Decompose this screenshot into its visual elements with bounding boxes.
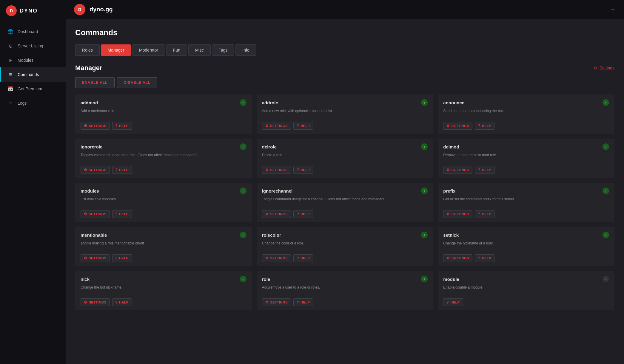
cmd-help-button[interactable]: ? HELP: [475, 122, 494, 130]
status-indicator[interactable]: [240, 99, 246, 106]
status-indicator[interactable]: [421, 188, 428, 194]
cmd-help-button[interactable]: ? HELP: [293, 122, 313, 130]
command-actions: ⚙ SETTINGS ? HELP: [262, 210, 428, 218]
sidebar-logo: D DYNO: [0, 0, 66, 21]
status-indicator[interactable]: [603, 188, 609, 194]
settings-label: SETTINGS: [89, 301, 107, 304]
topbar-site-name: dyno.gg: [90, 6, 605, 13]
content-area: Commands RolesManagerModeratorFunMiscTag…: [66, 19, 624, 364]
cmd-help-button[interactable]: ? HELP: [293, 298, 313, 306]
cmd-help-button[interactable]: ? HELP: [293, 254, 313, 262]
gear-icon: ⚙: [84, 124, 87, 128]
cmd-settings-button[interactable]: ⚙ SETTINGS: [262, 254, 291, 262]
status-indicator[interactable]: [240, 232, 246, 238]
help-label: HELP: [301, 212, 310, 216]
sidebar-item-server-listing[interactable]: ⊙ Server Listing: [0, 39, 66, 53]
status-indicator[interactable]: [240, 276, 246, 282]
status-indicator[interactable]: [603, 99, 609, 106]
tab-tags[interactable]: Tags: [212, 44, 235, 56]
section-header: Manager ⚙ Settings: [75, 64, 614, 72]
sidebar-item-modules[interactable]: ⊞ Modules: [0, 53, 66, 67]
status-indicator[interactable]: [603, 232, 609, 238]
status-indicator[interactable]: [603, 143, 609, 150]
cmd-help-button[interactable]: ? HELP: [293, 166, 313, 174]
cmd-help-button[interactable]: ? HELP: [443, 298, 463, 306]
sidebar-item-get-premium[interactable]: 📅 Get Premium: [0, 82, 66, 96]
help-icon: ?: [115, 124, 118, 128]
help-label: HELP: [119, 301, 128, 304]
cmd-settings-button[interactable]: ⚙ SETTINGS: [443, 254, 472, 262]
tab-roles[interactable]: Roles: [75, 44, 100, 56]
cmd-settings-button[interactable]: ⚙ SETTINGS: [81, 122, 110, 130]
cmd-help-button[interactable]: ? HELP: [112, 298, 132, 306]
card-header: modules: [81, 188, 246, 194]
command-card: modules List available modules ⚙ SETTING…: [75, 183, 252, 222]
cmd-help-button[interactable]: ? HELP: [112, 122, 132, 130]
settings-label: SETTINGS: [89, 124, 107, 128]
status-indicator[interactable]: [421, 99, 428, 106]
settings-label: SETTINGS: [452, 168, 469, 172]
gear-icon: ⚙: [446, 168, 450, 172]
cmd-help-button[interactable]: ? HELP: [475, 254, 494, 262]
gear-icon: ⚙: [446, 212, 450, 216]
help-label: HELP: [119, 256, 128, 260]
cmd-settings-button[interactable]: ⚙ SETTINGS: [443, 122, 472, 130]
cmd-settings-button[interactable]: ⚙ SETTINGS: [262, 210, 291, 218]
cmd-settings-button[interactable]: ⚙ SETTINGS: [81, 166, 110, 174]
gear-icon: ⚙: [446, 256, 450, 260]
command-name: delrole: [262, 144, 277, 149]
cmd-settings-button[interactable]: ⚙ SETTINGS: [443, 210, 472, 218]
tab-fun[interactable]: Fun: [166, 44, 187, 56]
help-icon: ?: [478, 168, 480, 172]
logout-icon[interactable]: →: [610, 6, 616, 13]
cmd-help-button[interactable]: ? HELP: [112, 210, 132, 218]
enable-all-button[interactable]: ENABLE ALL: [75, 77, 115, 88]
help-label: HELP: [482, 168, 491, 172]
cmd-help-button[interactable]: ? HELP: [293, 210, 313, 218]
cmd-settings-button[interactable]: ⚙ SETTINGS: [81, 254, 110, 262]
settings-link[interactable]: ⚙ Settings: [594, 66, 614, 70]
settings-label: SETTINGS: [270, 124, 288, 128]
cmd-help-button[interactable]: ? HELP: [112, 254, 132, 262]
status-indicator[interactable]: [240, 143, 246, 150]
disable-all-button[interactable]: DISABLE ALL: [117, 77, 158, 88]
cmd-settings-button[interactable]: ⚙ SETTINGS: [262, 166, 291, 174]
tab-info[interactable]: Info: [235, 44, 256, 56]
section-title: Manager: [75, 64, 102, 72]
tab-misc[interactable]: Misc: [188, 44, 211, 56]
cmd-settings-button[interactable]: ⚙ SETTINGS: [81, 210, 110, 218]
sidebar-item-logs[interactable]: ≡ Logs: [0, 96, 66, 110]
card-header: module: [443, 276, 609, 282]
status-indicator[interactable]: [421, 276, 428, 282]
gear-icon: ⚙: [84, 212, 87, 216]
cmd-settings-button[interactable]: ⚙ SETTINGS: [81, 298, 110, 306]
cmd-settings-button[interactable]: ⚙ SETTINGS: [262, 122, 291, 130]
tab-moderator[interactable]: Moderator: [132, 44, 165, 56]
cmd-help-button[interactable]: ? HELP: [475, 166, 494, 174]
settings-label: SETTINGS: [89, 256, 107, 260]
status-indicator[interactable]: [240, 188, 246, 194]
gear-icon: ⚙: [265, 168, 269, 172]
settings-label: SETTINGS: [89, 168, 107, 172]
sidebar-logo-icon: D: [6, 5, 17, 16]
tab-manager[interactable]: Manager: [101, 44, 131, 56]
command-name: addmod: [81, 100, 98, 105]
cmd-help-button[interactable]: ? HELP: [112, 166, 132, 174]
cmd-settings-button[interactable]: ⚙ SETTINGS: [262, 298, 291, 306]
status-indicator[interactable]: [421, 143, 428, 150]
gear-icon: ⚙: [265, 256, 269, 260]
sidebar-item-commands[interactable]: ≡ Commands: [0, 67, 66, 82]
status-indicator[interactable]: [603, 276, 609, 282]
status-indicator[interactable]: [421, 232, 428, 238]
card-header: nick: [81, 276, 246, 282]
cmd-settings-button[interactable]: ⚙ SETTINGS: [443, 166, 472, 174]
cmd-help-button[interactable]: ? HELP: [475, 210, 494, 218]
sidebar-item-dashboard[interactable]: 🌐 Dashboard: [0, 24, 66, 39]
command-description: Send an announcement using the bot.: [443, 108, 609, 118]
help-label: HELP: [119, 212, 128, 216]
help-label: HELP: [450, 301, 460, 304]
sidebar-icon-dashboard: 🌐: [7, 29, 13, 35]
command-card: prefix Get or set the command prefix for…: [438, 183, 614, 222]
command-description: Toggles command usage for a channel. (Do…: [262, 196, 428, 206]
card-header: addmod: [81, 99, 246, 106]
